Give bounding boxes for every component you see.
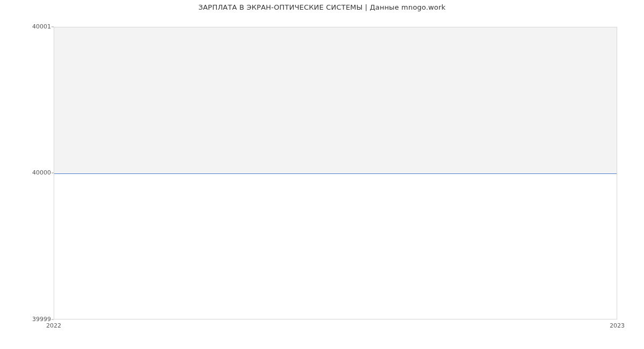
- salary-chart: ЗАРПЛАТА В ЭКРАН-ОПТИЧЕСКИЕ СИСТЕМЫ | Да…: [0, 0, 644, 349]
- area-fill: [54, 27, 617, 173]
- y-tick-label: 40001: [3, 24, 51, 30]
- chart-title: ЗАРПЛАТА В ЭКРАН-ОПТИЧЕСКИЕ СИСТЕМЫ | Да…: [0, 3, 644, 11]
- plot-area: [54, 27, 617, 319]
- x-tick-label: 2023: [610, 322, 625, 329]
- y-tick-label: 39999: [3, 316, 51, 323]
- y-tick-label: 40000: [3, 170, 51, 176]
- x-tick-label: 2022: [46, 322, 61, 329]
- series-line: [54, 173, 617, 174]
